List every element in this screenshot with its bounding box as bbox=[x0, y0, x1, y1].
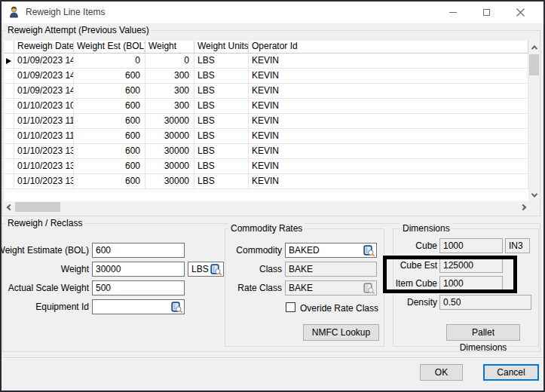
row-selector-cell bbox=[4, 159, 14, 174]
cube-units-field: IN3 bbox=[505, 238, 530, 253]
actual-scale-weight-field[interactable]: 500 bbox=[92, 280, 185, 296]
person-icon bbox=[8, 5, 20, 18]
weight-estimate-field[interactable]: 600 bbox=[92, 243, 185, 258]
cell-operator-id: KEVIN bbox=[249, 69, 528, 84]
table-row[interactable]: 01/10/2023 13:260030000LBSKEVIN bbox=[4, 144, 528, 159]
row-selector-cell bbox=[4, 54, 14, 69]
scroll-up-button[interactable] bbox=[528, 41, 540, 54]
cell-operator-id: KEVIN bbox=[249, 159, 528, 174]
table-row[interactable]: 01/09/2023 14:3600300LBSKEVIN bbox=[4, 69, 528, 84]
minimize-button[interactable] bbox=[436, 2, 470, 23]
table-row[interactable]: 01/10/2023 10:4600300LBSKEVIN bbox=[4, 99, 528, 114]
cell-weight-units: LBS bbox=[194, 69, 249, 84]
cell-reweigh-date: 01/10/2023 13:2 bbox=[14, 144, 74, 159]
header-operator-id[interactable]: Operator Id bbox=[249, 41, 528, 54]
override-rate-class-checkbox[interactable] bbox=[286, 302, 295, 312]
scroll-down-button[interactable] bbox=[528, 188, 540, 201]
weight-label: Weight bbox=[61, 264, 89, 274]
pallet-dimensions-button[interactable]: Pallet Dimensions bbox=[446, 324, 520, 341]
header-weight-units[interactable]: Weight Units bbox=[194, 41, 249, 54]
rate-class-label: Rate Class bbox=[237, 283, 282, 293]
cell-weight: 300 bbox=[145, 99, 194, 114]
row-selector-cell bbox=[4, 144, 14, 159]
reweigh-line-items-dialog: Reweigh Line Items Reweigh Attempt (Prev… bbox=[0, 0, 545, 392]
table-row[interactable]: 01/10/2023 13:360030000LBSKEVIN bbox=[4, 174, 528, 189]
chevron-down-icon bbox=[531, 191, 537, 197]
rate-class-lookup-icon-disabled bbox=[363, 283, 375, 296]
rate-class-value: BAKE bbox=[289, 283, 313, 293]
cell-weight-est: 600 bbox=[74, 144, 145, 159]
table-row[interactable]: 01/09/2023 14:100LBSKEVIN bbox=[4, 54, 528, 69]
horizontal-scrollbar[interactable] bbox=[4, 201, 528, 213]
table-row[interactable]: 01/09/2023 14:3600300LBSKEVIN bbox=[4, 84, 528, 99]
cell-weight-est: 600 bbox=[74, 159, 145, 174]
class-field: BAKE bbox=[285, 262, 377, 277]
cell-reweigh-date: 01/09/2023 14:3 bbox=[14, 84, 74, 99]
cell-reweigh-date: 01/10/2023 11:3 bbox=[14, 129, 74, 144]
equipment-id-field[interactable] bbox=[92, 299, 185, 314]
weight-field[interactable]: 30000 bbox=[92, 262, 185, 277]
table-row[interactable]: 01/10/2023 11:060030000LBSKEVIN bbox=[4, 114, 528, 129]
commodity-label: Commodity bbox=[236, 245, 282, 256]
minimize-icon bbox=[449, 12, 457, 13]
cell-weight: 30000 bbox=[145, 114, 194, 129]
commodity-value: BAKED bbox=[289, 245, 320, 256]
header-weight-est[interactable]: Weight Est (BOL) bbox=[74, 41, 145, 54]
table-row[interactable]: 01/10/2023 13:260030000LBSKEVIN bbox=[4, 159, 528, 174]
close-icon bbox=[516, 8, 525, 17]
cell-weight-units: LBS bbox=[194, 99, 249, 114]
cell-reweigh-date: 01/10/2023 13:2 bbox=[14, 159, 74, 174]
cell-weight: 30000 bbox=[145, 129, 194, 144]
ok-button[interactable]: OK bbox=[420, 364, 463, 381]
titlebar[interactable]: Reweigh Line Items bbox=[0, 0, 545, 23]
scroll-right-button[interactable] bbox=[517, 201, 528, 213]
equipment-id-lookup-icon[interactable] bbox=[171, 302, 182, 314]
grid-header: Reweigh Date Weight Est (BOL) Weight Wei… bbox=[4, 41, 528, 54]
group-label-reweigh-attempt: Reweigh Attempt (Previous Values) bbox=[5, 25, 152, 35]
commodity-lookup-icon[interactable] bbox=[363, 245, 375, 258]
class-label: Class bbox=[259, 264, 282, 274]
cell-reweigh-date: 01/09/2023 14:1 bbox=[14, 54, 74, 69]
header-reweigh-date[interactable]: Reweigh Date bbox=[14, 41, 74, 54]
maximize-icon bbox=[483, 9, 490, 16]
cancel-button[interactable]: Cancel bbox=[483, 364, 539, 381]
cell-reweigh-date: 01/10/2023 11:0 bbox=[14, 114, 74, 129]
cell-weight-est: 600 bbox=[74, 114, 145, 129]
cell-weight-est: 600 bbox=[74, 69, 145, 84]
chevron-up-icon bbox=[531, 45, 537, 51]
maximize-button[interactable] bbox=[470, 2, 504, 23]
cell-weight: 30000 bbox=[145, 159, 194, 174]
nmfc-lookup-button[interactable]: NMFC Lookup bbox=[303, 324, 379, 341]
row-selector-cell bbox=[4, 84, 14, 99]
vertical-scrollbar[interactable] bbox=[528, 41, 540, 201]
close-button[interactable] bbox=[504, 2, 537, 23]
cell-weight-units: LBS bbox=[194, 174, 249, 189]
cube-label: Cube bbox=[415, 240, 437, 251]
group-label-dimensions: Dimensions bbox=[400, 223, 452, 234]
horizontal-scroll-thumb[interactable] bbox=[15, 202, 60, 212]
cell-weight-est: 600 bbox=[74, 129, 145, 144]
reweigh-attempts-grid: Reweigh Date Weight Est (BOL) Weight Wei… bbox=[4, 41, 540, 213]
density-field: 0.50 bbox=[439, 295, 531, 310]
chevron-right-icon bbox=[519, 204, 525, 210]
cell-weight-est: 600 bbox=[74, 84, 145, 99]
scroll-left-button[interactable] bbox=[4, 201, 15, 213]
cell-operator-id: KEVIN bbox=[249, 144, 528, 159]
equipment-id-label: Equipment Id bbox=[35, 302, 89, 312]
weight-units-field[interactable]: LBS bbox=[188, 262, 224, 277]
cell-weight-est: 600 bbox=[74, 174, 145, 189]
commodity-field[interactable]: BAKED bbox=[285, 243, 377, 258]
group-label-commodity-rates: Commodity Rates bbox=[228, 223, 305, 234]
cell-weight-units: LBS bbox=[194, 129, 249, 144]
header-weight[interactable]: Weight bbox=[145, 41, 194, 54]
cell-operator-id: KEVIN bbox=[249, 174, 528, 189]
row-selector-cell bbox=[4, 129, 14, 144]
cell-weight-est: 600 bbox=[74, 99, 145, 114]
grid-body: 01/09/2023 14:100LBSKEVIN01/09/2023 14:3… bbox=[4, 54, 528, 189]
actual-scale-weight-label: Actual Scale Weight bbox=[8, 283, 89, 293]
override-rate-class-label: Overide Rate Class bbox=[300, 303, 378, 314]
cell-weight-est: 0 bbox=[74, 54, 145, 69]
table-row[interactable]: 01/10/2023 11:360030000LBSKEVIN bbox=[4, 129, 528, 144]
vertical-scroll-thumb[interactable] bbox=[529, 54, 539, 75]
weight-units-lookup-icon[interactable] bbox=[210, 264, 222, 277]
